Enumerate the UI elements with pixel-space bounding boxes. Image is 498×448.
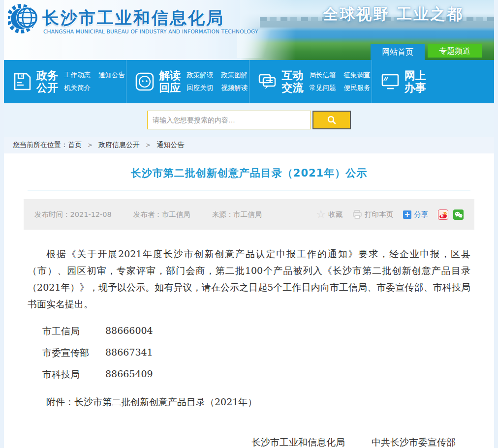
breadcrumb: 您当前所在位置： 首页 > 政府信息公开 > 通知公告 <box>4 137 494 153</box>
star-icon: ☆ <box>316 209 326 220</box>
signature-industry-bureau: 长沙市工业和信息化局 <box>251 436 345 448</box>
nav-section-government-disclosure[interactable]: 政务 公开 工作动态 通知公告 机关简介 <box>4 60 126 103</box>
contact-phone: 88666004 <box>105 325 153 338</box>
chat-bubbles-icon <box>257 71 278 92</box>
signature-row: 长沙市工业和信息化局 中共长沙市委宣传部 <box>24 436 474 448</box>
nav-section-online-services[interactable]: 网上 办事 <box>372 60 494 103</box>
contact-row: 市委宣传部 88667341 <box>42 347 474 359</box>
nav-link-agency-profile[interactable]: 机关简介 <box>64 84 91 92</box>
share-button[interactable]: + 分享 <box>403 210 428 219</box>
attachment-link[interactable]: 长沙市第二批创新创意产品目录（2021年） <box>74 396 257 407</box>
contact-name: 市工信局 <box>42 325 105 338</box>
page-shell: 全球视野 工业之都 长沙市工业和信息化局 CHANGSHA MUNICIPAL … <box>4 0 494 448</box>
nav-title: 互动 交流 <box>282 69 304 94</box>
nav-link-policy-interpretation[interactable]: 政策解读 <box>187 71 213 80</box>
search-input[interactable] <box>147 111 311 129</box>
article-body: 根据《关于开展2021年度长沙市创新创意产品认定申报工作的通知》要求，经企业申报… <box>24 245 474 448</box>
breadcrumb-home[interactable]: 首页 <box>68 141 82 149</box>
nav-link-director-mailbox[interactable]: 局长信箱 <box>310 71 336 80</box>
wechat-icon[interactable] <box>453 209 464 220</box>
site-banner: 全球视野 工业之都 长沙市工业和信息化局 CHANGSHA MUNICIPAL … <box>4 0 494 60</box>
nav-link-video-interpretation[interactable]: 视频解读 <box>221 84 248 92</box>
contact-row: 市科技局 88665409 <box>42 368 474 381</box>
nav-section-interaction[interactable]: 互动 交流 局长信箱 征集调查 常见问题 便民服务 <box>249 60 372 103</box>
nav-link-public-services[interactable]: 便民服务 <box>344 84 371 92</box>
breadcrumb-label: 您当前所在位置： <box>13 141 68 149</box>
attachment-line: 附件：长沙市第二批创新创意产品目录（2021年） <box>28 396 470 409</box>
contact-phone: 88665409 <box>105 368 153 381</box>
article-title: 长沙市第二批创新创意产品目录（2021年）公示 <box>24 166 474 180</box>
breadcrumb-notices[interactable]: 通知公告 <box>156 141 184 149</box>
nav-title: 解读 回应 <box>159 69 181 94</box>
site-logo-gear-globe-icon <box>8 2 40 35</box>
search-icon <box>327 115 337 125</box>
contact-list: 市工信局 88666004 市委宣传部 88667341 市科技局 886654… <box>42 325 474 381</box>
breadcrumb-separator: > <box>88 142 93 149</box>
nav-section-interpretation-response[interactable]: 解读 回应 政策解读 政策图解 回应关切 视频解读 <box>126 60 249 103</box>
article-paragraph: 根据《关于开展2021年度长沙市创新创意产品认定申报工作的通知》要求，经企业申报… <box>28 245 470 312</box>
document-icon <box>12 71 32 92</box>
print-button[interactable]: 打印本页 <box>352 209 393 219</box>
nav-link-surveys[interactable]: 征集调查 <box>344 71 371 80</box>
favorite-button[interactable]: ☆ 收藏 <box>316 209 342 220</box>
search-area <box>4 103 494 137</box>
title-divider <box>28 190 470 190</box>
contact-name: 市科技局 <box>42 368 105 381</box>
printer-icon <box>352 209 362 219</box>
article-meta-bar: 发布时间：2021-12-08 发布者：市工信局 来源：市工信局 ☆ 收藏 <box>24 199 474 230</box>
nav-link-policy-graphics[interactable]: 政策图解 <box>221 71 248 80</box>
monitor-icon <box>380 71 401 92</box>
attachment-label: 附件： <box>46 396 74 407</box>
banner-slogan: 全球视野 工业之都 <box>323 4 464 25</box>
main-navigation: 政务 公开 工作动态 通知公告 机关简介 解读 <box>4 60 494 103</box>
search-button[interactable] <box>312 111 351 129</box>
signature-propaganda-dept: 中共长沙市委宣传部 <box>372 436 456 448</box>
contact-row: 市工信局 88666004 <box>42 325 474 338</box>
weibo-icon[interactable] <box>438 209 448 220</box>
tab-site-home[interactable]: 网站首页 <box>371 44 425 60</box>
breadcrumb-separator: > <box>146 142 151 149</box>
nav-title: 政务 公开 <box>36 69 58 94</box>
breadcrumb-gov-info[interactable]: 政府信息公开 <box>98 141 140 149</box>
site-subtitle: CHANGSHA MUNICIPAL BUREAU OF INDUSTRY AN… <box>43 29 258 34</box>
share-plus-icon: + <box>403 210 411 219</box>
tab-special-channel[interactable]: 专题频道 <box>428 44 482 58</box>
contact-name: 市委宣传部 <box>42 347 105 359</box>
nav-title: 网上 办事 <box>405 69 426 94</box>
source: 来源：市工信局 <box>212 210 262 219</box>
nav-link-responding-concerns[interactable]: 回应关切 <box>187 84 213 92</box>
nav-link-faq[interactable]: 常见问题 <box>310 84 336 92</box>
contact-phone: 88667341 <box>105 347 153 359</box>
smiley-icon <box>134 71 155 92</box>
banner-tabs: 网站首页 专题频道 <box>371 44 482 60</box>
publisher: 发布者：市工信局 <box>133 210 190 219</box>
article-panel: 长沙市第二批创新创意产品目录（2021年）公示 发布时间：2021-12-08 … <box>4 153 494 448</box>
nav-link-work-updates[interactable]: 工作动态 <box>64 71 91 80</box>
site-title: 长沙市工业和信息化局 <box>42 7 224 30</box>
article-actions: ☆ 收藏 打印本页 + 分享 <box>316 209 464 220</box>
publish-time: 发布时间：2021-12-08 <box>34 210 112 219</box>
nav-link-notices[interactable]: 通知公告 <box>98 71 125 80</box>
